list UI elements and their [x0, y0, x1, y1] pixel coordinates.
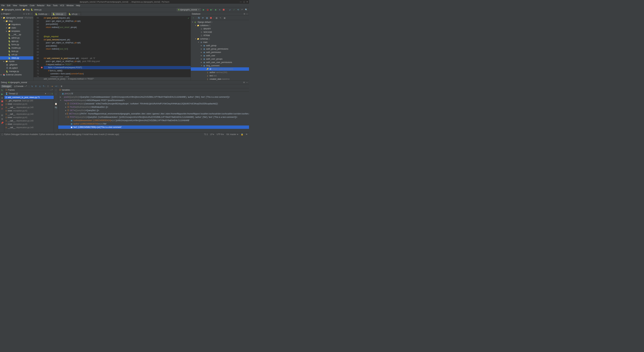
gear-icon[interactable]: ⚙	[244, 13, 245, 15]
var-cookies[interactable]: ▶☰COOKIES = {dict} {'sessionid': 'w3ie27…	[58, 102, 249, 105]
search-icon[interactable]: 🔍	[245, 8, 248, 11]
variables-tree[interactable]: ▣pk = {str} '5' ▶post = {QueryDict} <Que…	[58, 92, 249, 132]
debug-icon[interactable]: 🐞	[206, 8, 209, 11]
mute-breakpoints-icon[interactable]: ⊘	[1, 107, 3, 110]
db-item[interactable]: ☰RTRIM	[191, 34, 249, 37]
menu-code[interactable]: Code	[30, 4, 34, 7]
next-icon[interactable]: ↓	[50, 92, 50, 95]
console-tab[interactable]: ▤Console →*	[13, 85, 28, 88]
frame-row[interactable]: ⊙inner, exception.py:41	[4, 123, 54, 126]
stop-icon[interactable]	[1, 101, 3, 102]
step-over-icon[interactable]: ↴	[30, 85, 34, 88]
crumb-folder[interactable]: 📁blog	[23, 8, 30, 11]
lock-icon[interactable]: 🔒	[241, 133, 243, 136]
var-csrf[interactable]: ▣'csrfmiddlewaretoken' (139923459050424)…	[58, 119, 249, 122]
var-files[interactable]: ▶☰FILES = {MultiValueDict} <MultiValueDi…	[58, 105, 249, 109]
frame-row[interactable]: ⊙_get_response, base.py:185	[4, 99, 54, 102]
menu-view[interactable]: View	[13, 4, 17, 7]
menu-vcs[interactable]: VCS	[60, 4, 64, 7]
revert-icon[interactable]: ↶	[240, 8, 244, 11]
breakpoint-gutter[interactable]	[40, 16, 44, 77]
menu-edit[interactable]: Edit	[7, 4, 10, 7]
profile-icon[interactable]: ◉	[214, 8, 217, 11]
db-item[interactable]: ☰BINARY	[191, 27, 249, 30]
tab-models[interactable]: 🐍 models.py×	[34, 12, 51, 16]
tree-item[interactable]: ▤.gitignore	[0, 63, 34, 66]
filter-icon[interactable]: ▤	[206, 16, 208, 19]
clipboard-icon[interactable]: 📋	[55, 103, 57, 105]
step-into-my-icon[interactable]: ⤓	[38, 85, 42, 88]
coverage-icon[interactable]: ▶⸌	[210, 8, 213, 11]
status-message[interactable]: Python Debugger Extension Available: Cyt…	[4, 133, 119, 136]
stop-icon[interactable]	[222, 8, 225, 11]
prev-icon[interactable]: ↑	[48, 92, 48, 95]
db-table[interactable]: ▶▦auth_user	[191, 54, 249, 57]
db-table[interactable]: ▶▦auth_permission	[191, 51, 249, 54]
gear-icon[interactable]: ⚙	[28, 13, 30, 15]
menu-tools[interactable]: Tools	[53, 4, 58, 7]
frame-row[interactable]: ⊙__call__, deprecation.py:140	[4, 119, 54, 123]
up-icon[interactable]: ↑	[56, 89, 56, 91]
db-item[interactable]: ☰NOCASE	[191, 30, 249, 34]
tree-item-views[interactable]: 🐍views.py	[0, 56, 34, 60]
sync-icon[interactable]: 🗘	[197, 16, 200, 19]
menu-window[interactable]: Window	[66, 4, 74, 7]
inspector-icon[interactable]: 👁	[246, 133, 248, 136]
minimize-icon[interactable]: —	[240, 1, 242, 3]
view-breakpoints-icon[interactable]: ◉	[1, 104, 3, 106]
frame-row[interactable]: ⊙__call__, deprecation.py:140	[4, 112, 54, 116]
project-menu-icon[interactable]: ▤	[1, 13, 2, 15]
edit-icon[interactable]: ✎	[219, 16, 222, 19]
menu-navigate[interactable]: Navigate	[20, 4, 27, 7]
step-into-icon[interactable]: ↧	[34, 85, 38, 88]
attach-icon[interactable]: ⎋	[218, 8, 221, 11]
pin-icon[interactable]: 📌	[1, 122, 4, 124]
var-meta[interactable]: ▶☰META = {dict} {'PATH': '/home/filippov…	[58, 112, 249, 115]
close-icon[interactable]: ×	[64, 13, 65, 15]
tree-item[interactable]: 🐍manage.py	[0, 70, 34, 73]
db-table-expanded[interactable]: ▼▦blog_comment	[191, 64, 249, 67]
history-icon[interactable]: ⟲	[236, 8, 240, 11]
table-icon[interactable]: ▦	[215, 16, 218, 19]
close-icon[interactable]: ✕	[246, 1, 248, 3]
db-column[interactable]: ▯author varchar(200)	[191, 71, 249, 74]
tree-item[interactable]: 🐍apps.py	[0, 39, 34, 43]
tree-item[interactable]: ▶📁migrations	[0, 23, 34, 26]
var-author[interactable]: ▣'author' (139923458829704) = {str} 'Me'	[58, 122, 249, 126]
frame-row[interactable]: ⊙inner, exception.py:41	[4, 116, 54, 119]
database-tree[interactable]: ▼dj Django default 1 ▼📁collations 3 ☰BIN…	[191, 20, 249, 80]
editor-breadcrumb[interactable]: add_comment_to_post()› if request.method…	[34, 77, 190, 80]
thread-selector[interactable]: 🧵 Thread-12 ▼ ↑ ↓ ±	[4, 92, 54, 96]
var-request[interactable]: ▼request = {WSGIRequest} <WSGIRequest: P…	[58, 99, 249, 102]
tree-item[interactable]: 🗄db.sqlite3	[0, 66, 34, 70]
db-table[interactable]: ▶▦auth_group	[191, 44, 249, 47]
close-icon[interactable]: ×	[48, 13, 49, 15]
settings-icon[interactable]: ⚙	[1, 118, 3, 120]
expand-icon[interactable]: ⇲	[26, 13, 27, 15]
db-table[interactable]: ▶▦auth_user_groups	[191, 57, 249, 61]
db-column-id[interactable]: 🔑id integer (auto increment)	[191, 67, 249, 71]
drop-frame-icon[interactable]: ⤷I	[54, 85, 58, 88]
var-text[interactable]: ▣'text' (139923458827856) = {str} 'This …	[58, 126, 249, 129]
commit-icon[interactable]: ✓	[232, 8, 236, 11]
hide-icon[interactable]: —	[30, 13, 32, 15]
db-main[interactable]: ▼⊞main	[191, 40, 249, 44]
chevron-down-icon[interactable]: ▼	[45, 92, 47, 95]
tree-root[interactable]: ▼📁djangogirls_tutorial ~/Pycharm	[0, 16, 34, 19]
db-table[interactable]: ▶▦auth_user_user_permissions	[191, 61, 249, 64]
db-table[interactable]: ▶▦auth_group_permissions	[191, 47, 249, 51]
tree-mysite[interactable]: ▶📁mysite	[0, 60, 34, 63]
add-icon[interactable]: ＋	[192, 16, 195, 19]
menu-refactor[interactable]: Refactor	[37, 4, 44, 7]
run-icon[interactable]: ▶	[202, 8, 205, 11]
gear-icon[interactable]: ⚙	[243, 81, 245, 84]
menu-file[interactable]: File	[1, 4, 4, 7]
close-icon[interactable]: ×	[78, 13, 80, 15]
console-icon[interactable]: ▣	[223, 16, 226, 19]
frame-row[interactable]: ⊙__call__, deprecation.py:140	[4, 126, 54, 129]
db-root[interactable]: ▼dj Django default 1	[191, 20, 249, 24]
encoding[interactable]: UTF-8≑	[216, 133, 224, 136]
git-branch[interactable]: Git: master ≑	[226, 133, 238, 136]
db-collations[interactable]: ▼📁collations 3	[191, 24, 249, 27]
tree-blog[interactable]: ▼📁blog	[0, 19, 34, 23]
